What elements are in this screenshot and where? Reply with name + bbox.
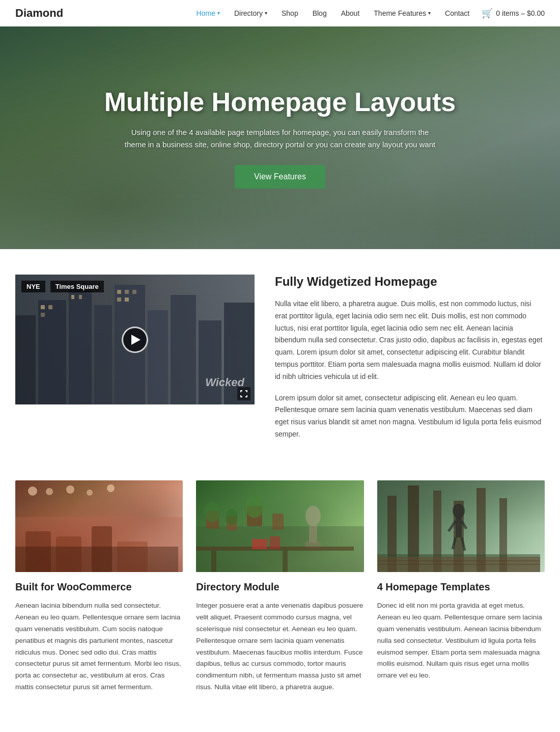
nav-home[interactable]: Home ▾ bbox=[189, 9, 227, 17]
site-logo[interactable]: Diamond bbox=[15, 7, 63, 20]
forest-scene bbox=[377, 480, 545, 572]
chevron-down-icon: ▾ bbox=[428, 10, 431, 16]
svg-rect-47 bbox=[456, 517, 462, 537]
svg-point-31 bbox=[305, 506, 321, 526]
col-2-text: Integer posuere erat a ante venenatis da… bbox=[196, 600, 363, 694]
col-image-homepage-templates bbox=[377, 480, 545, 572]
hero-title: Multiple Homepage Layouts bbox=[104, 87, 456, 118]
nav-directory[interactable]: Directory ▾ bbox=[227, 9, 274, 17]
middle-para-2: Lorem ipsum dolor sit amet, consectetur … bbox=[275, 392, 545, 441]
col-homepage-templates: 4 Homepage Templates Donec id elit non m… bbox=[377, 480, 545, 694]
nav-theme-features[interactable]: Theme Features ▾ bbox=[367, 9, 438, 17]
col-3-text: Donec id elit non mi porta gravida at eg… bbox=[377, 600, 545, 682]
site-header: Diamond Home ▾ Directory ▾ Shop Blog Abo… bbox=[0, 0, 560, 26]
col-woocommerce: Built for WooCommerce Aenean lacinia bib… bbox=[15, 480, 183, 694]
video-container: NYE Times Square Wicked bbox=[15, 275, 255, 404]
play-button[interactable] bbox=[122, 327, 148, 353]
svg-rect-36 bbox=[283, 551, 288, 572]
svg-point-29 bbox=[245, 496, 264, 518]
hero-section: Multiple Homepage Layouts Using one of t… bbox=[0, 26, 560, 249]
svg-point-27 bbox=[226, 509, 238, 525]
middle-text-content: Fully Widgetized Homepage Nulla vitae el… bbox=[275, 275, 545, 450]
main-nav: Home ▾ Directory ▾ Shop Blog About Theme… bbox=[189, 9, 477, 17]
middle-section: NYE Times Square Wicked Fully Widgetized… bbox=[0, 249, 560, 475]
bar-furniture bbox=[15, 480, 183, 572]
cart-widget[interactable]: 🛒 0 items – $0.00 bbox=[477, 8, 545, 19]
middle-para-1: Nulla vitae elit libero, a pharetra augu… bbox=[275, 298, 545, 383]
hero-subtitle: Using one of the 4 available page templa… bbox=[122, 126, 438, 151]
col-2-heading: Directory Module bbox=[196, 581, 363, 593]
middle-heading: Fully Widgetized Homepage bbox=[275, 275, 545, 289]
garden-scene bbox=[196, 480, 363, 572]
nav-shop[interactable]: Shop bbox=[274, 9, 305, 17]
three-col-section: Built for WooCommerce Aenean lacinia bib… bbox=[0, 475, 560, 719]
play-icon bbox=[131, 335, 141, 345]
col-directory: Directory Module Integer posuere erat a … bbox=[196, 480, 363, 694]
svg-rect-23 bbox=[15, 547, 178, 572]
svg-rect-32 bbox=[309, 525, 317, 543]
nav-contact[interactable]: Contact bbox=[438, 9, 477, 17]
svg-point-46 bbox=[453, 504, 465, 518]
col-image-directory bbox=[196, 480, 363, 572]
chevron-down-icon: ▾ bbox=[265, 10, 267, 16]
svg-rect-37 bbox=[252, 539, 267, 549]
nav-about[interactable]: About bbox=[334, 9, 367, 17]
svg-rect-38 bbox=[270, 536, 280, 549]
chevron-down-icon: ▾ bbox=[217, 10, 220, 16]
col-1-heading: Built for WooCommerce bbox=[15, 581, 183, 593]
nav-blog[interactable]: Blog bbox=[305, 9, 334, 17]
col-3-heading: 4 Homepage Templates bbox=[377, 581, 545, 593]
svg-point-25 bbox=[205, 502, 220, 522]
svg-rect-35 bbox=[211, 551, 216, 572]
col-1-text: Aenean lacinia bibendum nulla sed consec… bbox=[15, 600, 183, 694]
cart-label: 0 items – $0.00 bbox=[496, 9, 545, 17]
svg-rect-30 bbox=[272, 513, 284, 530]
cart-icon: 🛒 bbox=[482, 8, 493, 19]
view-features-button[interactable]: View Features bbox=[235, 165, 325, 188]
col-image-woocommerce bbox=[15, 480, 183, 572]
